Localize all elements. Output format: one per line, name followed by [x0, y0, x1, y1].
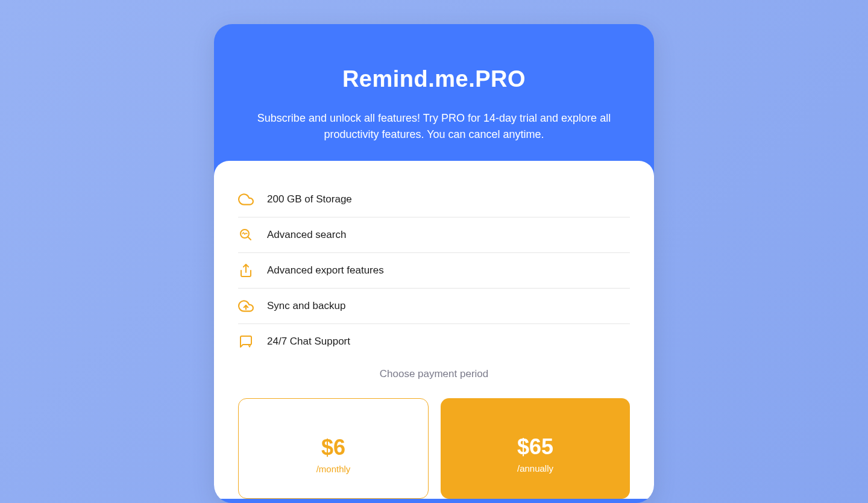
chat-icon — [238, 334, 254, 349]
export-icon — [238, 263, 254, 278]
plan-period: /annually — [453, 463, 618, 473]
feature-label: Advanced search — [267, 229, 346, 241]
search-icon — [238, 227, 254, 243]
subscription-card: Remind.me.PRO Subscribe and unlock all f… — [214, 24, 654, 503]
features-panel: 200 GB of Storage Advanced search Advanc… — [214, 161, 654, 499]
card-title: Remind.me.PRO — [214, 66, 654, 92]
feature-label: 200 GB of Storage — [267, 193, 352, 205]
feature-export: Advanced export features — [238, 252, 630, 288]
feature-label: Sync and backup — [267, 300, 345, 312]
plan-annually[interactable]: $65 /annually — [441, 398, 630, 499]
cloud-icon — [238, 192, 254, 207]
card-subtitle: Subscribe and unlock all features! Try P… — [214, 110, 654, 143]
sync-icon — [238, 298, 254, 314]
choose-period-label: Choose payment period — [238, 368, 630, 380]
plan-price: $65 — [453, 434, 618, 460]
svg-line-1 — [248, 237, 251, 240]
feature-label: 24/7 Chat Support — [267, 336, 350, 348]
feature-label: Advanced export features — [267, 264, 384, 276]
feature-chat: 24/7 Chat Support — [238, 323, 630, 359]
feature-storage: 200 GB of Storage — [238, 182, 630, 217]
plans-row: $6 /monthly $65 /annually — [238, 398, 630, 499]
plan-monthly[interactable]: $6 /monthly — [238, 398, 429, 499]
feature-sync: Sync and backup — [238, 288, 630, 323]
plan-period: /monthly — [251, 464, 416, 474]
feature-search: Advanced search — [238, 217, 630, 252]
plan-price: $6 — [251, 435, 416, 460]
